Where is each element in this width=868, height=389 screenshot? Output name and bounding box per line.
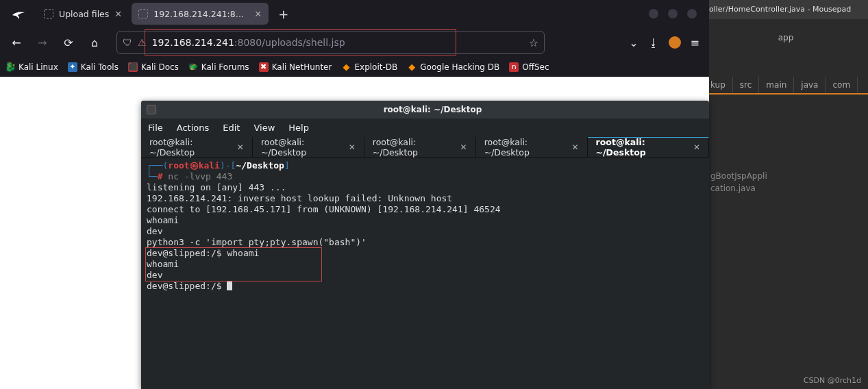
term-tab-label: root@kali: ~/Desktop <box>149 137 232 158</box>
bookmarks-bar: 🐉Kali Linux ✦Kali Tools ⬛Kali Docs 🐲Kali… <box>0 58 709 77</box>
bookmark-star-icon[interactable]: ☆ <box>529 36 538 49</box>
home-button[interactable]: ⌂ <box>85 33 104 52</box>
terminal-titlebar[interactable]: root@kali: ~/Desktop <box>141 101 709 118</box>
browser-tab-active[interactable]: 192.168.214.241:8080/uploa ✕ <box>132 3 269 25</box>
tab-bar: Upload files ✕ 192.168.214.241:8080/uplo… <box>0 0 709 27</box>
bookmark-label: Kali Docs <box>141 62 179 72</box>
exploit-icon: ◆ <box>341 62 351 72</box>
close-button[interactable] <box>687 9 697 18</box>
terminal-menubar: File Actions Edit View Help <box>141 118 709 137</box>
close-icon[interactable]: ✕ <box>254 9 262 19</box>
term-tab-label: root@kali: ~/Desktop <box>484 137 567 158</box>
bookmark-item[interactable]: ⬛Kali Docs <box>128 62 179 72</box>
back-button[interactable]: ← <box>7 33 26 52</box>
terminal-tab[interactable]: root@kali: ~/Desktop✕ <box>364 137 476 157</box>
address-bar[interactable]: 🛡 ⚠ 192.168.214.241:8080/uploads/shell.j… <box>116 31 545 54</box>
downloads-icon[interactable]: ⭳ <box>648 36 659 49</box>
forward-button[interactable]: → <box>33 33 52 52</box>
bookmark-item[interactable]: ◆Google Hacking DB <box>407 62 499 72</box>
pocket-icon[interactable]: ⌄ <box>629 36 638 49</box>
editor-text: cation.java <box>710 182 861 194</box>
menu-file[interactable]: File <box>148 123 163 133</box>
bookmark-label: OffSec <box>522 62 549 72</box>
editor-text: gBootJspAppli <box>710 170 861 182</box>
terminal-window: root@kali: ~/Desktop File Actions Edit V… <box>141 101 709 389</box>
foxyproxy-icon[interactable] <box>669 36 681 49</box>
menu-help[interactable]: Help <box>288 123 309 133</box>
terminal-tab[interactable]: root@kali: ~/Desktop✕ <box>476 137 588 157</box>
tab-title: 192.168.214.241:8080/uploa <box>153 9 249 19</box>
bookmark-item[interactable]: nOffSec <box>509 62 549 72</box>
tools-icon: ✦ <box>68 62 77 72</box>
ghdb-icon: ◆ <box>407 62 417 72</box>
mousepad-tabs: kup src main java com <box>704 77 868 95</box>
cursor <box>227 281 232 290</box>
close-icon[interactable]: ✕ <box>460 142 467 152</box>
term-tab-label: root@kali: ~/Desktop <box>261 137 343 158</box>
menu-edit[interactable]: Edit <box>223 123 240 133</box>
toolbar-right: ⌄ ⭳ ≡ <box>629 36 702 49</box>
bookmark-item[interactable]: 🐲Kali Forums <box>188 62 249 72</box>
forums-icon: 🐲 <box>188 62 198 72</box>
terminal-tab-active[interactable]: root@kali: ~/Desktop✕ <box>588 137 709 157</box>
mousepad-body: gBootJspAppli cation.java <box>704 95 868 201</box>
favicon-icon <box>138 9 148 18</box>
terminal-body[interactable]: ┌──(root㉿kali)-[~/Desktop] └─# nc -lvvp … <box>141 158 709 389</box>
menu-actions[interactable]: Actions <box>177 123 210 133</box>
close-icon[interactable]: ✕ <box>693 142 700 152</box>
bookmark-item[interactable]: ✖Kali NetHunter <box>259 62 332 72</box>
terminal-title: root@kali: ~/Desktop <box>162 105 704 114</box>
menu-icon[interactable]: ≡ <box>691 36 699 49</box>
term-tab-label: root@kali: ~/Desktop <box>596 137 688 158</box>
new-tab-button[interactable]: + <box>271 7 295 21</box>
close-icon[interactable]: ✕ <box>237 142 244 152</box>
terminal-icon <box>147 105 156 114</box>
mousepad-app-label: app <box>704 19 868 56</box>
close-icon[interactable]: ✕ <box>572 142 579 152</box>
browser-tab[interactable]: Upload files ✕ <box>37 3 129 25</box>
menu-view[interactable]: View <box>253 123 275 133</box>
bookmark-label: Exploit-DB <box>354 62 397 72</box>
terminal-tab[interactable]: root@kali: ~/Desktop✕ <box>141 137 253 157</box>
offsec-icon: n <box>509 62 519 72</box>
bookmark-label: Kali NetHunter <box>272 62 332 72</box>
insecure-lock-icon[interactable]: ⚠ <box>138 37 147 48</box>
bookmark-item[interactable]: 🐉Kali Linux <box>5 62 58 72</box>
terminal-tab[interactable]: root@kali: ~/Desktop✕ <box>253 137 364 157</box>
window-controls <box>649 9 705 18</box>
bookmark-label: Google Hacking DB <box>420 62 499 72</box>
mousepad-tab[interactable]: src <box>733 77 760 93</box>
bookmark-item[interactable]: ◆Exploit-DB <box>341 62 397 72</box>
nav-toolbar: ← → ⟳ ⌂ 🛡 ⚠ 192.168.214.241:8080/uploads… <box>0 27 709 58</box>
maximize-button[interactable] <box>668 9 678 18</box>
url-text: 192.168.214.241:8080/uploads/shell.jsp <box>152 37 523 48</box>
mousepad-window: oller/HomeController.java - Mousepad app… <box>704 0 868 389</box>
shield-icon[interactable]: 🛡 <box>123 37 132 48</box>
mousepad-title: oller/HomeController.java - Mousepad <box>704 0 868 19</box>
term-tab-label: root@kali: ~/Desktop <box>373 137 455 158</box>
nethunter-icon: ✖ <box>259 62 269 72</box>
terminal-tabs: root@kali: ~/Desktop✕ root@kali: ~/Deskt… <box>141 137 709 158</box>
bookmark-label: Kali Forums <box>201 62 249 72</box>
bookmark-label: Kali Tools <box>81 62 119 72</box>
bookmark-label: Kali Linux <box>18 62 58 72</box>
favicon-icon <box>44 9 53 18</box>
close-icon[interactable]: ✕ <box>349 142 356 152</box>
bookmark-item[interactable]: ✦Kali Tools <box>68 62 119 72</box>
close-icon[interactable]: ✕ <box>114 9 122 19</box>
dragon-icon: 🐉 <box>5 62 15 72</box>
mousepad-tab[interactable]: main <box>759 77 794 93</box>
reload-button[interactable]: ⟳ <box>59 33 78 52</box>
kali-logo-icon <box>10 4 29 23</box>
minimize-button[interactable] <box>649 9 658 18</box>
tab-title: Upload files <box>59 9 109 19</box>
mousepad-tab[interactable]: com <box>826 77 858 93</box>
mousepad-tab[interactable]: java <box>794 77 826 93</box>
watermark: CSDN @0rch1d <box>804 376 861 385</box>
docs-icon: ⬛ <box>128 62 138 72</box>
